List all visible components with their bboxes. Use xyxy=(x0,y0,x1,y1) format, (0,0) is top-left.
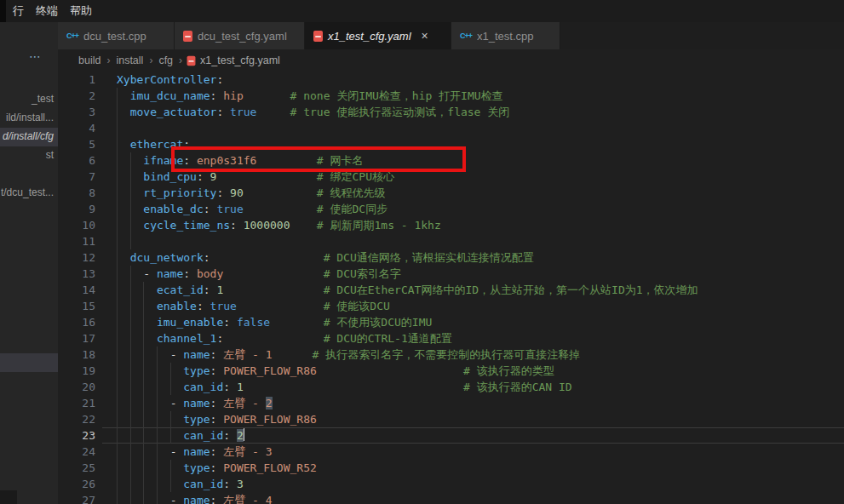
list-item[interactable]: _test xyxy=(0,90,58,109)
panel-corner xyxy=(0,490,17,504)
token-bool: true xyxy=(216,203,243,215)
tab-x1_test.cpp[interactable]: C++x1_test.cpp xyxy=(451,22,560,49)
breadcrumb-item-cfg[interactable]: cfg xyxy=(157,54,175,66)
code-line[interactable]: 13 - name: body # DCU索引名字 xyxy=(58,266,844,282)
breadcrumb-file[interactable]: x1_test_cfg.yaml xyxy=(187,54,280,66)
code-line[interactable]: 9 enable_dc: true # 使能DC同步 xyxy=(58,201,844,217)
breadcrumb-item-install[interactable]: install xyxy=(114,54,145,66)
code-line[interactable]: 12 dcu_network: # DCU通信网络，请根据实机连接情况配置 xyxy=(58,249,844,266)
menu-item-2[interactable]: 终端 xyxy=(30,3,64,19)
code-line[interactable]: 14 ecat_id: 1 # DCU在EtherCAT网络中的ID，从主站开始… xyxy=(58,282,844,298)
menu-item-3[interactable]: 帮助 xyxy=(64,3,98,19)
tab-dcu_test.cpp[interactable]: C++dcu_test.cpp xyxy=(58,22,175,49)
code-line[interactable]: 26 can_id: 3 xyxy=(58,476,844,492)
line-number: 4 xyxy=(58,120,95,136)
code-text: - name: 左臂 - 3 xyxy=(117,444,273,460)
token-pl xyxy=(244,186,317,199)
close-icon[interactable]: × xyxy=(422,30,428,42)
code-line[interactable]: 20 can_id: 1 # 该执行器的CAN ID xyxy=(58,379,844,395)
token-com: # DCU的CTRL-1通道配置 xyxy=(324,332,452,345)
token-punc: : xyxy=(223,381,230,393)
token-key: move_actuator xyxy=(130,106,217,118)
indent-guide xyxy=(117,120,118,136)
code-text: - name: 左臂 - 1 # 执行器索引名字，不需要控制的执行器可直接注释掉 xyxy=(117,346,580,363)
code-line[interactable]: 25 type: POWER_FLOW_R52 xyxy=(58,460,844,476)
code-line[interactable]: 22 type: POWER_FLOW_R86 xyxy=(58,411,844,427)
code-line[interactable]: 17 channel_1: # DCU的CTRL-1通道配置 xyxy=(58,330,844,346)
list-item[interactable]: t/dcu_test... xyxy=(0,184,58,203)
code-line[interactable]: 4 xyxy=(58,120,844,136)
token-pl xyxy=(190,267,197,280)
list-item[interactable]: st xyxy=(0,146,58,165)
tab-dcu_test_cfg.yaml[interactable]: dcu_test_cfg.yaml xyxy=(175,22,305,49)
code-line[interactable]: 8 rt_priority: 90 # 线程优先级 xyxy=(58,185,844,201)
token-key: cycle_time_ns xyxy=(143,219,230,232)
code-text: imu_enable: false # 不使用该DCU的IMU xyxy=(117,314,432,330)
token-key: name xyxy=(183,494,210,504)
token-str: 左臂 - 4 xyxy=(223,494,272,504)
code-text: enable_dc: true # 使能DC同步 xyxy=(117,201,388,217)
code-line[interactable]: 24 - name: 左臂 - 3 xyxy=(58,444,844,460)
token-pl xyxy=(237,300,324,312)
list-item-label: d/install/cfg xyxy=(3,130,54,142)
code-line[interactable]: 6 ifname: enp0s31f6 # 网卡名 xyxy=(58,152,844,169)
code-text: dcu_network: # DCU通信网络，请根据实机连接情况配置 xyxy=(117,249,534,266)
breadcrumb-item-build[interactable]: build xyxy=(77,54,102,66)
code-editor[interactable]: 1XyberController:2 imu_dcu_name: hip # n… xyxy=(58,72,844,504)
code-line[interactable]: 16 imu_enable: false # 不使用该DCU的IMU xyxy=(58,314,844,330)
token-punc: : xyxy=(223,478,230,490)
code-text: channel_1: # DCU的CTRL-1通道配置 xyxy=(117,330,452,346)
tab-x1_test_cfg.yaml[interactable]: x1_test_cfg.yaml× xyxy=(305,22,451,49)
code-line[interactable]: 21 - name: 左臂 - 2 xyxy=(58,395,844,411)
code-text: - name: body # DCU索引名字 xyxy=(117,266,401,282)
code-text: can_id: 3 xyxy=(117,476,244,492)
code-line[interactable]: 19 type: POWER_FLOW_R86 # 该执行器的类型 xyxy=(58,363,844,379)
token-pl xyxy=(204,300,210,312)
code-line[interactable]: 3 move_actuator: true # true 使能执行器运动测试，f… xyxy=(58,104,844,120)
code-line[interactable]: 11 xyxy=(58,233,844,249)
code-text: type: POWER_FLOW_R86 xyxy=(117,411,317,427)
token-str: hip xyxy=(223,89,243,102)
list-item[interactable]: ild/install... xyxy=(0,109,58,128)
menu-bar-edge xyxy=(0,0,6,22)
more-actions-icon[interactable]: ⋯ xyxy=(29,49,42,63)
token-key: name xyxy=(183,445,210,458)
list-item-highlight[interactable] xyxy=(0,353,58,372)
token-pl xyxy=(117,332,157,345)
code-line[interactable]: 7 bind_cpu: 9 # 绑定CPU核心 xyxy=(58,169,844,185)
line-number: 7 xyxy=(58,169,95,185)
yaml-file-icon xyxy=(187,55,196,66)
token-pl xyxy=(117,154,143,167)
token-punc: : xyxy=(197,300,204,312)
code-line[interactable]: 5 ethercat: xyxy=(58,136,844,152)
token-bool: false xyxy=(237,316,270,329)
indent-guide xyxy=(117,233,118,249)
code-line[interactable]: 27 - name: 左臂 - 4 xyxy=(58,492,844,504)
token-pl xyxy=(190,154,197,167)
token-key: rt_priority xyxy=(143,186,216,199)
list-item[interactable]: d/install/cfg xyxy=(0,128,58,146)
token-punc: : xyxy=(216,73,223,86)
token-pl xyxy=(216,170,316,183)
token-str: 左臂 - 1 xyxy=(223,348,272,361)
code-line[interactable]: 18 - name: 左臂 - 1 # 执行器索引名字，不需要控制的执行器可直接… xyxy=(58,346,844,363)
line-number: 5 xyxy=(58,136,95,152)
code-text: move_actuator: true # true 使能执行器运动测试，fla… xyxy=(117,104,509,120)
line-number: 24 xyxy=(58,444,95,460)
menu-bar: 行终端帮助 xyxy=(0,0,844,22)
token-pl xyxy=(117,364,183,377)
code-line[interactable]: 15 enable: true # 使能该DCU xyxy=(58,298,844,314)
code-line[interactable]: 23 can_id: 2 xyxy=(58,427,844,444)
token-punc: : xyxy=(183,154,190,167)
token-pl xyxy=(117,267,143,280)
menu-item-1[interactable]: 行 xyxy=(7,3,30,19)
code-line[interactable]: 10 cycle_time_ns: 1000000 # 刷新周期1ms - 1k… xyxy=(58,217,844,233)
code-line[interactable]: 1XyberController: xyxy=(58,72,844,88)
token-key: ethercat xyxy=(130,138,184,151)
code-line[interactable]: 2 imu_dcu_name: hip # none 关闭IMU检查，hip 打… xyxy=(58,88,844,104)
token-pl xyxy=(117,251,130,264)
token-com: # DCU索引名字 xyxy=(324,267,401,280)
code-text: imu_dcu_name: hip # none 关闭IMU检查，hip 打开I… xyxy=(117,88,503,104)
token-pl xyxy=(117,397,170,410)
token-pl xyxy=(117,348,170,361)
